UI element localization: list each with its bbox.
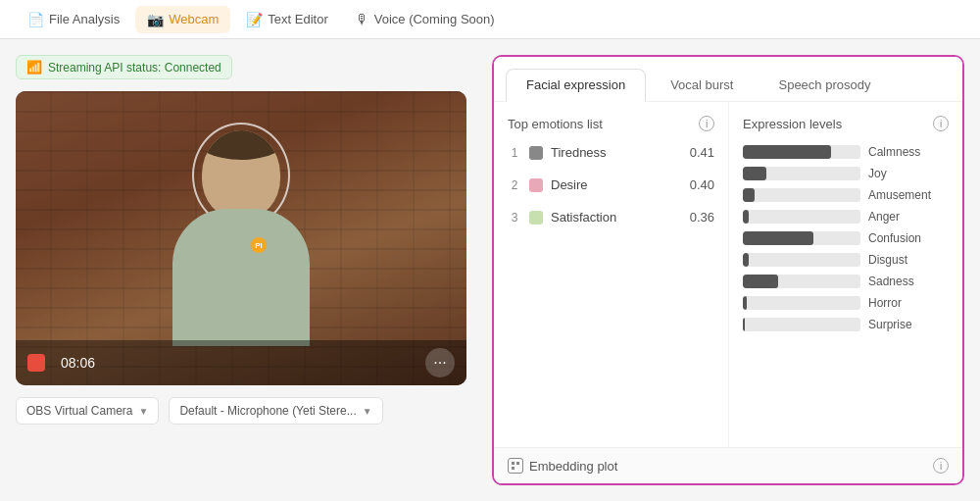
emotion-row-3: 3 Satisfaction 0.36	[508, 210, 714, 225]
nav-label-file-analysis: File Analysis	[49, 12, 120, 26]
nav-label-webcam: Webcam	[169, 12, 219, 26]
camera-selector[interactable]: OBS Virtual Camera ▼	[16, 397, 159, 425]
bar-row-horror: Horror	[743, 296, 949, 310]
bar-label-confusion: Confusion	[868, 231, 921, 245]
right-panel: Facial expression Vocal burst Speech pro…	[492, 55, 964, 485]
expression-section-header: Expression levels i	[743, 116, 949, 131]
status-label: Streaming API status: Connected	[48, 61, 221, 75]
bar-label-calmness: Calmness	[868, 145, 920, 159]
text-editor-icon: 📝	[246, 12, 263, 27]
svg-rect-1	[516, 462, 519, 465]
file-icon: 📄	[27, 12, 44, 27]
wifi-icon: 📶	[26, 60, 42, 75]
emotion-score-3: 0.36	[690, 210, 714, 225]
embedding-label: Embedding plot	[529, 459, 617, 474]
tab-facial-expression[interactable]: Facial expression	[506, 69, 646, 102]
more-options-button[interactable]: ···	[425, 348, 455, 377]
bar-label-amusement: Amusement	[868, 188, 931, 202]
bar-label-joy: Joy	[868, 167, 887, 180]
nav-label-voice: Voice (Coming Soon)	[374, 12, 495, 26]
device-selectors: OBS Virtual Camera ▼ Default - Microphon…	[16, 397, 476, 425]
bar-row-calmness: Calmness	[743, 145, 949, 159]
main-content: 📶 Streaming API status: Connected PI	[0, 39, 980, 501]
panel-body: Top emotions list i 1 Tiredness 0.41 2 D…	[494, 102, 962, 447]
emotion-row-1: 1 Tiredness 0.41	[508, 145, 714, 160]
emotion-rank-1: 1	[508, 146, 521, 160]
emotion-row-2: 2 Desire 0.40	[508, 177, 714, 192]
svg-rect-0	[512, 462, 514, 465]
camera-label: OBS Virtual Camera	[26, 404, 133, 418]
embedding-info-icon[interactable]: i	[933, 458, 949, 474]
bar-row-amusement: Amusement	[743, 188, 949, 202]
person-head	[202, 130, 280, 219]
emotions-section-header: Top emotions list i	[508, 116, 714, 131]
nav-label-text-editor: Text Editor	[268, 12, 327, 26]
bar-label-surprise: Surprise	[868, 318, 912, 331]
top-navigation: 📄 File Analysis 📷 Webcam 📝 Text Editor 🎙…	[0, 0, 980, 39]
bar-row-confusion: Confusion	[743, 231, 949, 245]
video-timer: 08:06	[61, 355, 95, 371]
nav-item-webcam[interactable]: 📷 Webcam	[135, 6, 230, 33]
emotion-name-2: Desire	[551, 177, 682, 192]
microphone-chevron-icon: ▼	[363, 406, 372, 417]
bar-row-disgust: Disgust	[743, 253, 949, 267]
emotion-rank-3: 3	[508, 211, 521, 225]
bar-track-joy	[743, 167, 860, 180]
left-panel: 📶 Streaming API status: Connected PI	[16, 55, 476, 485]
bar-row-surprise: Surprise	[743, 318, 949, 331]
expression-levels-section: Expression levels i CalmnessJoyAmusement…	[729, 102, 962, 447]
streaming-status: 📶 Streaming API status: Connected	[16, 55, 232, 79]
bar-label-disgust: Disgust	[868, 253, 907, 267]
tab-vocal-burst[interactable]: Vocal burst	[650, 69, 754, 101]
video-feed: PI 08:06 ···	[16, 91, 466, 385]
nav-item-file-analysis[interactable]: 📄 File Analysis	[16, 6, 131, 33]
embedding-footer: Embedding plot i	[494, 447, 962, 483]
bar-track-horror	[743, 296, 860, 310]
bar-fill-sadness	[743, 275, 778, 288]
bar-fill-anger	[743, 210, 749, 224]
emotion-score-2: 0.40	[690, 177, 714, 192]
voice-icon: 🎙	[356, 12, 369, 27]
bar-track-sadness	[743, 275, 860, 288]
expression-info-icon[interactable]: i	[933, 116, 949, 131]
bar-track-surprise	[743, 318, 860, 331]
mic-indicator: PI	[251, 237, 267, 253]
bar-fill-horror	[743, 296, 747, 310]
nav-item-text-editor[interactable]: 📝 Text Editor	[234, 6, 339, 33]
microphone-label: Default - Microphone (Yeti Stere...	[179, 404, 356, 418]
bar-track-confusion	[743, 231, 860, 245]
bar-row-joy: Joy	[743, 167, 949, 180]
svg-rect-2	[512, 467, 514, 470]
person-body	[172, 209, 310, 346]
microphone-selector[interactable]: Default - Microphone (Yeti Stere... ▼	[169, 397, 382, 425]
webcam-icon: 📷	[147, 12, 164, 27]
camera-chevron-icon: ▼	[139, 406, 149, 417]
bar-row-sadness: Sadness	[743, 275, 949, 288]
bar-track-calmness	[743, 145, 860, 159]
record-button[interactable]	[27, 354, 45, 372]
bar-fill-calmness	[743, 145, 831, 159]
tab-speech-prosody[interactable]: Speech prosody	[758, 69, 891, 101]
bar-label-horror: Horror	[868, 296, 902, 310]
bar-fill-surprise	[743, 318, 745, 331]
video-controls-bar: 08:06 ···	[16, 340, 466, 385]
bar-label-sadness: Sadness	[868, 275, 914, 288]
bar-row-anger: Anger	[743, 210, 949, 224]
bar-fill-confusion	[743, 231, 813, 245]
emotions-list-section: Top emotions list i 1 Tiredness 0.41 2 D…	[494, 102, 729, 447]
bar-fill-amusement	[743, 188, 755, 202]
bar-fill-joy	[743, 167, 766, 180]
bar-track-anger	[743, 210, 860, 224]
bars-container: CalmnessJoyAmusementAngerConfusionDisgus…	[743, 145, 949, 331]
nav-item-voice[interactable]: 🎙 Voice (Coming Soon)	[344, 6, 507, 33]
emotion-color-3	[529, 211, 543, 225]
analysis-tabs: Facial expression Vocal burst Speech pro…	[494, 57, 962, 102]
embedding-left: Embedding plot	[508, 458, 617, 474]
embedding-icon	[508, 458, 523, 474]
emotions-section-title: Top emotions list	[508, 117, 603, 131]
bar-track-disgust	[743, 253, 860, 267]
emotions-info-icon[interactable]: i	[699, 116, 714, 131]
bar-track-amusement	[743, 188, 860, 202]
emotion-score-1: 0.41	[690, 145, 714, 160]
expression-section-title: Expression levels	[743, 117, 842, 131]
